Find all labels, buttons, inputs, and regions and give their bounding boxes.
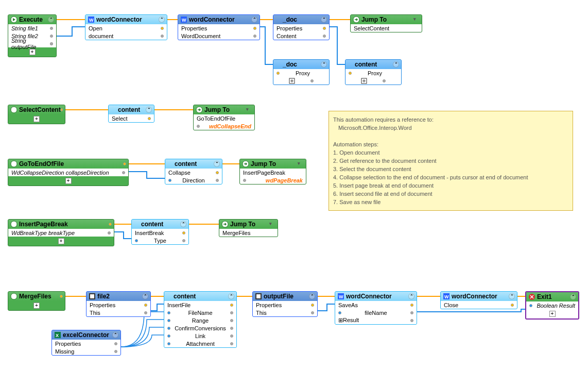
dropdown-icon[interactable]: ▾	[269, 221, 275, 227]
wordconnector-saveas-node[interactable]: WwordConnector⌃ SaveAs fileName ⊞Result	[335, 291, 417, 325]
jumpto-insertpb-node[interactable]: Jump To▾ InsertPageBreak wdPageBreak	[239, 159, 306, 184]
input-port[interactable]	[338, 311, 341, 314]
collapse-icon[interactable]: ⌃	[112, 332, 118, 338]
expand-button[interactable]: +	[29, 49, 36, 55]
wordconnector-close-node[interactable]: WwordConnector⌃ Close	[440, 291, 517, 309]
output-port[interactable]	[114, 350, 117, 353]
selectcontent-node[interactable]: SelectContent +	[8, 105, 65, 124]
input-port[interactable]	[167, 311, 170, 314]
expand-button[interactable]: +	[33, 116, 40, 122]
collapse-icon[interactable]: ⌃	[251, 16, 257, 23]
collapse-icon[interactable]: ⌃	[570, 294, 576, 300]
output-port[interactable]	[144, 311, 147, 314]
content-insertfile-node[interactable]: content⌃ InsertFile FileName Range Confi…	[164, 291, 237, 348]
output-port[interactable]	[311, 311, 314, 314]
output-port[interactable]	[50, 35, 53, 38]
output-port[interactable]	[144, 304, 147, 307]
expand-button[interactable]: +	[549, 311, 556, 317]
output-port[interactable]	[161, 27, 164, 30]
output-port[interactable]	[60, 295, 63, 298]
output-port[interactable]	[122, 171, 125, 174]
expand-button[interactable]: +	[58, 238, 64, 244]
content-insertbreak-node[interactable]: content⌃ InsertBreak Type	[131, 219, 189, 245]
input-port[interactable]	[167, 342, 170, 345]
execute-node[interactable]: Execute⌃ String file1 String file2 Strin…	[8, 14, 57, 57]
content-collapse-node[interactable]: content⌃ Collapse Direction	[165, 159, 222, 184]
output-port[interactable]	[148, 117, 151, 120]
dropdown-icon[interactable]: ▾	[413, 16, 420, 23]
excelconnector-node[interactable]: XexcelConnector⌃ Properties Missing	[51, 330, 121, 356]
output-port[interactable]	[230, 311, 233, 314]
expand-button[interactable]: +	[65, 178, 72, 184]
input-port[interactable]	[167, 334, 170, 338]
output-port[interactable]	[383, 79, 386, 82]
expand-button[interactable]: +	[33, 303, 40, 309]
input-port[interactable]	[167, 319, 170, 322]
output-port[interactable]	[310, 79, 314, 82]
output-port[interactable]	[50, 27, 53, 30]
output-port[interactable]	[311, 304, 314, 307]
input-port[interactable]	[349, 72, 352, 75]
collapse-icon[interactable]: ⌃	[228, 293, 234, 299]
output-port[interactable]	[230, 304, 233, 307]
mergefiles-node[interactable]: MergeFiles +	[8, 291, 65, 311]
output-port[interactable]	[253, 35, 256, 38]
input-port[interactable]	[197, 125, 200, 128]
output-port[interactable]	[253, 27, 256, 30]
output-port[interactable]	[410, 311, 413, 314]
collapse-icon[interactable]: ⌃	[48, 16, 54, 23]
output-port[interactable]	[410, 304, 413, 307]
output-port[interactable]	[410, 319, 413, 322]
input-port[interactable]	[135, 239, 138, 242]
exit-node[interactable]: Exit1⌃ Boolean Result +	[525, 291, 579, 320]
output-port[interactable]	[123, 162, 126, 165]
output-port[interactable]	[161, 35, 164, 38]
output-port[interactable]	[50, 42, 53, 45]
output-port[interactable]	[108, 231, 111, 234]
file2-node[interactable]: file2⌃ Properties This	[86, 291, 151, 317]
collapse-icon[interactable]: ⌃	[142, 293, 148, 299]
output-port[interactable]	[230, 327, 233, 330]
doc-props-node[interactable]: _doc⌃ Properties Content	[273, 14, 330, 40]
output-port[interactable]	[216, 179, 219, 182]
output-port[interactable]	[61, 108, 63, 111]
collapse-icon[interactable]: ⌃	[180, 221, 186, 227]
collapse-icon[interactable]: ⌃	[321, 16, 327, 23]
collapse-icon[interactable]: ⌃	[146, 107, 152, 113]
wordconnector-open-node[interactable]: WwordConnector⌃ Open document	[85, 14, 167, 40]
jumpto-selectcontent-node[interactable]: Jump To▾ SelectContent	[350, 14, 422, 32]
dropdown-icon[interactable]: ▾	[298, 161, 304, 167]
output-port[interactable]	[230, 342, 233, 345]
wordconnector-props-node[interactable]: WwordConnector⌃ Properties WordDocument	[178, 14, 260, 40]
output-port[interactable]	[511, 304, 514, 307]
collapse-icon[interactable]: ⌃	[214, 161, 220, 167]
collapse-icon[interactable]: ⌃	[309, 293, 315, 299]
output-port[interactable]	[109, 223, 112, 226]
content-proxy-node[interactable]: content⌃ Proxy	[345, 59, 402, 85]
insertpagebreak-node[interactable]: InsertPageBreak WdBreakType breakType +	[8, 219, 114, 246]
jumpto-mergefiles-node[interactable]: Jump To▾ MergeFiles	[219, 219, 278, 237]
input-port[interactable]	[167, 327, 170, 330]
output-port[interactable]	[230, 319, 233, 322]
input-port[interactable]	[529, 304, 532, 307]
output-port[interactable]	[182, 239, 185, 242]
dropdown-icon[interactable]: ▾	[246, 107, 252, 113]
gotoendoffile-node[interactable]: GoToEndOfFile WdCollapseDirection collap…	[8, 159, 129, 186]
input-port[interactable]	[168, 179, 171, 182]
collapse-icon[interactable]: ⌃	[509, 293, 515, 299]
jumpto-gotoend-node[interactable]: Jump To▾ GoToEndOfFile wdCollapseEnd	[193, 105, 255, 130]
input-port[interactable]	[276, 72, 280, 75]
collapse-icon[interactable]: ⌃	[321, 61, 327, 68]
collapse-icon[interactable]: ⌃	[408, 293, 414, 299]
output-port[interactable]	[230, 334, 233, 338]
output-port[interactable]	[114, 342, 117, 345]
input-port[interactable]	[243, 179, 246, 182]
doc-proxy-node[interactable]: _doc⌃ Proxy	[273, 59, 330, 85]
output-port[interactable]	[182, 231, 185, 234]
output-port[interactable]	[323, 27, 326, 30]
output-port[interactable]	[216, 171, 219, 174]
outputfile-node[interactable]: outputFile⌃ Properties This	[252, 291, 318, 317]
output-port[interactable]	[323, 35, 326, 38]
collapse-icon[interactable]: ⌃	[393, 61, 399, 68]
content-select-node[interactable]: content⌃ Select	[108, 105, 154, 123]
